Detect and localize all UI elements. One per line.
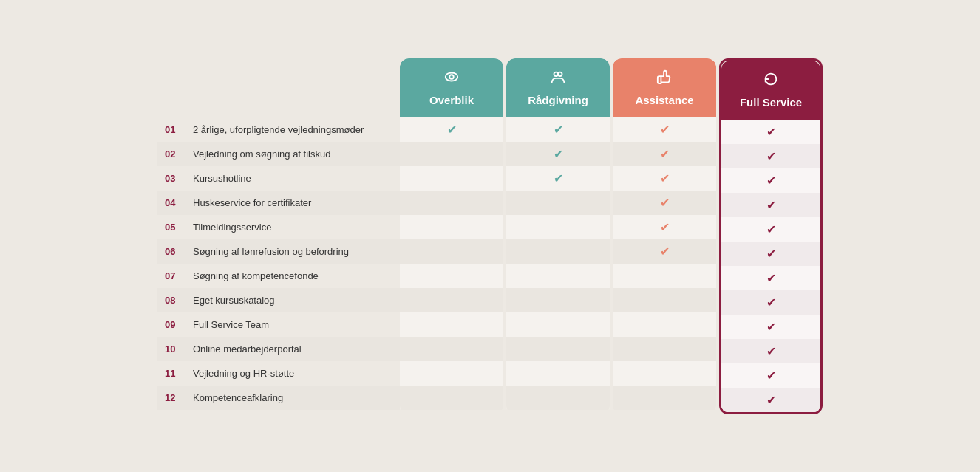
- table-cell: ✔: [506, 142, 610, 166]
- table-row: 08 Eget kursuskatalog: [157, 288, 400, 312]
- svg-point-0: [446, 73, 458, 81]
- row-number: 12: [165, 392, 187, 403]
- row-label: Vejledning og HR-støtte: [193, 368, 294, 379]
- table-cell: [506, 386, 610, 410]
- table-cell: [400, 361, 503, 386]
- table-cell: [506, 361, 610, 386]
- row-label: Søgning af kompetencefonde: [193, 270, 319, 281]
- table-cell: ✔: [613, 191, 716, 215]
- row-label: 2 årlige, uforpligtende vejledningsmøder: [193, 124, 364, 135]
- table-cell: [400, 337, 503, 361]
- table-cell: ✔: [613, 166, 716, 191]
- row-number: 04: [165, 197, 187, 208]
- column-title-raadgivning: Rådgivning: [528, 94, 588, 106]
- table-cell: [613, 264, 716, 288]
- table-cell: [613, 386, 716, 410]
- row-number: 05: [165, 222, 187, 233]
- check-icon: ✔: [766, 149, 776, 163]
- table-cell: ✔: [400, 117, 503, 142]
- row-number: 07: [165, 270, 187, 281]
- check-icon: ✔: [766, 295, 776, 309]
- table-row: 09 Full Service Team: [157, 312, 400, 337]
- refresh-icon: [763, 71, 779, 92]
- check-icon: ✔: [766, 344, 776, 358]
- table-cell: [506, 337, 610, 361]
- column-title-overblik: Overblik: [429, 94, 474, 106]
- table-cell: ✔: [506, 166, 610, 191]
- check-icon: ✔: [766, 247, 776, 261]
- rows-section: 01 2 årlige, uforpligtende vejledningsmø…: [157, 58, 400, 410]
- column-assistance: Assistance ✔✔✔✔✔✔: [613, 58, 716, 414]
- table-cell: ✔: [721, 120, 820, 144]
- columns-section: Overblik ✔ Rådgivning ✔✔✔ Assistance ✔✔✔…: [400, 58, 823, 414]
- thumb-icon: [656, 69, 673, 89]
- row-label: Huskeservice for certifikater: [193, 197, 311, 208]
- table-cell: ✔: [721, 339, 820, 363]
- row-number: 09: [165, 319, 187, 330]
- table-cell: [400, 312, 503, 337]
- row-label: Kursushotline: [193, 173, 251, 184]
- check-icon: ✔: [554, 123, 563, 137]
- table-row: 03 Kursushotline: [157, 166, 400, 191]
- table-cell: ✔: [613, 117, 716, 142]
- column-header-fullservice: Full Service: [721, 61, 820, 120]
- check-icon: ✔: [766, 393, 776, 407]
- table-cell: [400, 288, 503, 312]
- check-icon: ✔: [447, 123, 457, 137]
- table-cell: [400, 264, 503, 288]
- table-cell: [400, 215, 503, 239]
- table-cell: ✔: [613, 239, 716, 264]
- check-icon: ✔: [660, 244, 670, 259]
- table-cell: ✔: [721, 388, 820, 412]
- column-raadgivning: Rådgivning ✔✔✔: [506, 58, 610, 414]
- table-cell: [400, 191, 503, 215]
- check-icon: ✔: [766, 320, 776, 334]
- column-overblik: Overblik ✔: [400, 58, 503, 414]
- eye-icon: [443, 69, 460, 89]
- table-row: 01 2 årlige, uforpligtende vejledningsmø…: [157, 117, 400, 142]
- row-number: 10: [165, 343, 187, 355]
- table-cell: ✔: [721, 217, 820, 242]
- column-cells-overblik: ✔: [400, 117, 503, 410]
- row-number: 11: [165, 368, 187, 379]
- table-cell: [613, 337, 716, 361]
- check-icon: ✔: [660, 171, 670, 185]
- table-cell: [400, 239, 503, 264]
- table-row: 07 Søgning af kompetencefonde: [157, 264, 400, 288]
- people-icon: [550, 69, 566, 89]
- table-cell: [613, 312, 716, 337]
- row-number: 02: [165, 148, 187, 160]
- row-label: Vejledning om søgning af tilskud: [193, 148, 330, 160]
- table-cell: ✔: [613, 215, 716, 239]
- table-row: 02 Vejledning om søgning af tilskud: [157, 142, 400, 166]
- check-icon: ✔: [554, 147, 563, 161]
- check-icon: ✔: [554, 171, 563, 185]
- table-cell: ✔: [721, 266, 820, 290]
- table-cell: ✔: [721, 290, 820, 315]
- check-icon: ✔: [766, 174, 776, 188]
- row-label: Søgning af lønrefusion og befordring: [193, 246, 349, 257]
- table-cell: [506, 312, 610, 337]
- table-cell: [400, 142, 503, 166]
- column-title-fullservice: Full Service: [740, 96, 802, 109]
- comparison-table: 01 2 årlige, uforpligtende vejledningsmø…: [157, 58, 823, 414]
- table-cell: [506, 264, 610, 288]
- column-cells-raadgivning: ✔✔✔: [506, 117, 610, 410]
- table-cell: ✔: [506, 117, 610, 142]
- row-label: Online medarbejderportal: [193, 343, 302, 355]
- table-cell: ✔: [721, 315, 820, 339]
- table-cell: [613, 288, 716, 312]
- table-cell: ✔: [721, 144, 820, 168]
- table-cell: ✔: [721, 363, 820, 388]
- table-cell: ✔: [721, 242, 820, 266]
- check-icon: ✔: [766, 271, 776, 285]
- column-header-overblik: Overblik: [400, 58, 503, 117]
- column-title-assistance: Assistance: [635, 94, 693, 106]
- table-wrapper: 01 2 årlige, uforpligtende vejledningsmø…: [157, 58, 823, 414]
- svg-point-3: [558, 72, 562, 77]
- row-number: 06: [165, 246, 187, 257]
- row-label: Tilmeldingsservice: [193, 222, 271, 233]
- check-icon: ✔: [766, 125, 776, 139]
- table-row: 12 Kompetenceafklaring: [157, 386, 400, 410]
- row-label: Eget kursuskatalog: [193, 295, 275, 306]
